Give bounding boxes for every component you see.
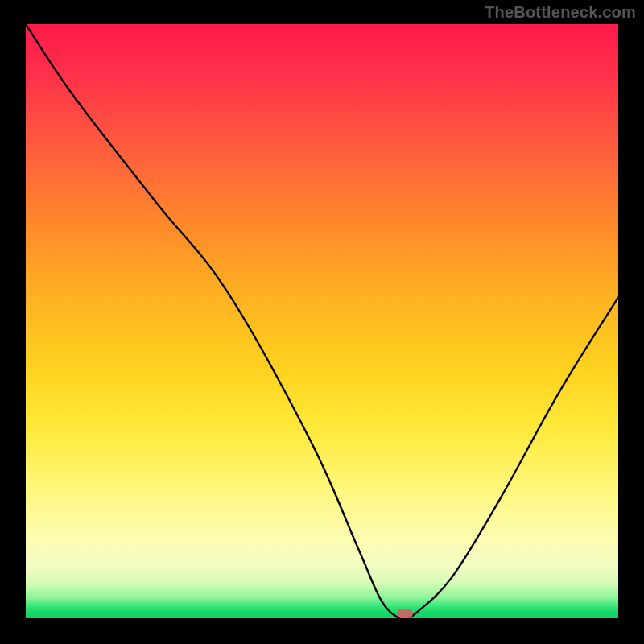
- plot-area: [26, 24, 618, 618]
- watermark-text: TheBottleneck.com: [485, 3, 636, 22]
- optimal-marker: [397, 609, 413, 618]
- chart-frame: TheBottleneck.com: [0, 0, 644, 644]
- bottleneck-curve: [26, 24, 618, 618]
